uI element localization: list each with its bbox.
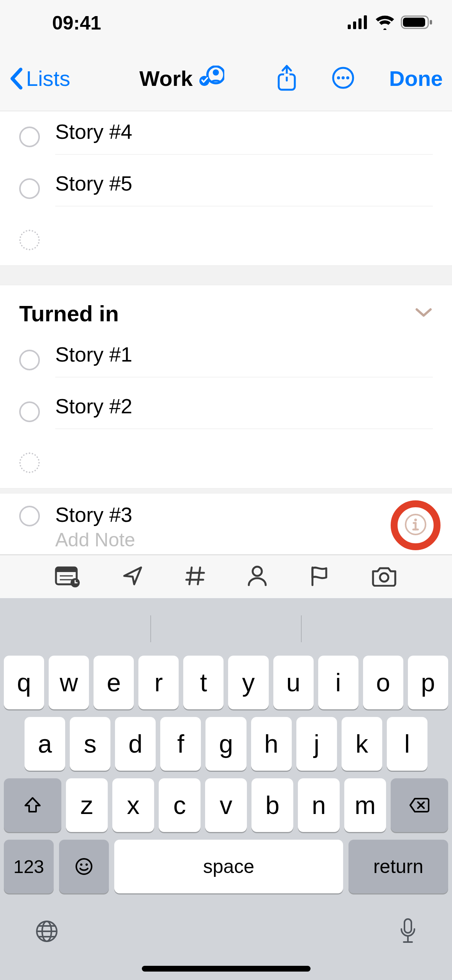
add-note-input[interactable]: Add Note [55,529,433,551]
person-icon [247,564,268,587]
microphone-icon [398,918,417,945]
reminder-title-input[interactable]: Story #3 [55,503,433,526]
svg-line-28 [198,567,200,584]
info-button[interactable] [404,513,427,537]
more-button[interactable] [332,66,355,91]
key-shift[interactable] [4,778,61,832]
chevron-down-icon[interactable] [414,307,433,320]
section-title: Turned in [19,301,119,326]
flag-icon [308,564,331,587]
completion-circle[interactable] [19,401,40,422]
completion-circle[interactable] [19,127,40,147]
key-v[interactable]: v [205,778,247,832]
svg-point-38 [85,863,88,866]
done-button[interactable]: Done [389,66,443,91]
key-q[interactable]: q [4,656,44,709]
completion-circle[interactable] [19,178,40,199]
flag-button[interactable] [308,564,331,589]
list-content: Story #4 Story #5 Turned in Story #1 Sto… [0,111,452,980]
svg-rect-12 [284,74,289,77]
key-o[interactable]: o [363,656,403,709]
reminder-row[interactable]: Story #4 [0,111,452,163]
completion-circle[interactable] [19,506,40,526]
key-backspace[interactable] [391,778,448,832]
key-return[interactable]: return [348,840,448,893]
camera-icon [371,565,398,587]
key-l[interactable]: l [387,717,427,771]
new-reminder-circle[interactable] [19,230,40,250]
reminder-row-selected[interactable]: Story #3 Add Note [0,493,452,555]
back-button[interactable]: Lists [9,66,70,91]
completion-circle[interactable] [19,350,40,370]
new-reminder-row[interactable] [0,437,452,488]
key-x[interactable]: x [112,778,154,832]
key-p[interactable]: p [408,656,448,709]
svg-rect-23 [56,567,77,572]
key-n[interactable]: n [298,778,340,832]
svg-rect-0 [348,25,351,29]
key-j[interactable]: j [296,717,337,771]
reminder-title[interactable]: Story #5 [55,171,433,195]
key-emoji[interactable] [59,840,109,893]
keyboard-suggestions[interactable] [0,606,452,652]
camera-button[interactable] [371,565,398,588]
new-reminder-row[interactable] [0,215,452,265]
list-title: Work [140,66,193,91]
svg-point-16 [346,76,349,79]
reminder-title[interactable]: Story #4 [55,120,433,143]
key-a[interactable]: a [25,717,65,771]
key-r[interactable]: r [138,656,179,709]
key-z[interactable]: z [66,778,108,832]
calendar-button[interactable] [54,564,81,589]
home-indicator[interactable] [142,966,311,972]
key-t[interactable]: t [183,656,224,709]
key-u[interactable]: u [273,656,314,709]
nav-title: Work [118,66,246,91]
keyboard-row-3: z x c v b n m [0,774,452,836]
svg-rect-3 [364,15,367,29]
reminder-row[interactable]: Story #1 [0,334,452,386]
key-f[interactable]: f [160,717,201,771]
key-c[interactable]: c [159,778,201,832]
key-space[interactable]: space [114,840,343,893]
reminder-title[interactable]: Story #2 [55,394,433,418]
key-b[interactable]: b [251,778,293,832]
calendar-icon [54,564,81,587]
status-time: 09:41 [52,12,101,34]
status-indicators [348,15,433,31]
reminder-row[interactable]: Story #5 [0,163,452,215]
emoji-icon [74,857,94,876]
dictation-button[interactable] [398,918,417,947]
key-m[interactable]: m [344,778,386,832]
chevron-left-icon [9,67,23,90]
svg-line-27 [189,567,192,584]
shift-icon [23,796,42,815]
share-button[interactable] [276,64,297,93]
key-h[interactable]: h [251,717,292,771]
key-k[interactable]: k [342,717,382,771]
key-i[interactable]: i [318,656,358,709]
cellular-icon [348,15,369,31]
key-w[interactable]: w [49,656,89,709]
new-reminder-circle[interactable] [19,452,40,473]
reminder-row[interactable]: Story #2 [0,386,452,437]
shared-icon[interactable] [199,66,224,91]
reminder-title[interactable]: Story #1 [55,342,433,366]
person-button[interactable] [247,564,268,589]
key-s[interactable]: s [70,717,110,771]
section-header[interactable]: Turned in [0,285,452,334]
location-button[interactable] [121,564,144,589]
svg-rect-2 [358,18,362,29]
key-y[interactable]: y [228,656,268,709]
tag-button[interactable] [184,564,207,589]
keyboard-row-1: q w e r t y u i o p [0,652,452,713]
key-123[interactable]: 123 [4,840,54,893]
globe-button[interactable] [35,919,59,945]
quick-toolbar [0,555,452,598]
key-g[interactable]: g [205,717,246,771]
key-e[interactable]: e [94,656,134,709]
key-d[interactable]: d [115,717,156,771]
wifi-icon [375,15,395,31]
info-icon [404,513,427,536]
ellipsis-circle-icon [332,66,355,89]
